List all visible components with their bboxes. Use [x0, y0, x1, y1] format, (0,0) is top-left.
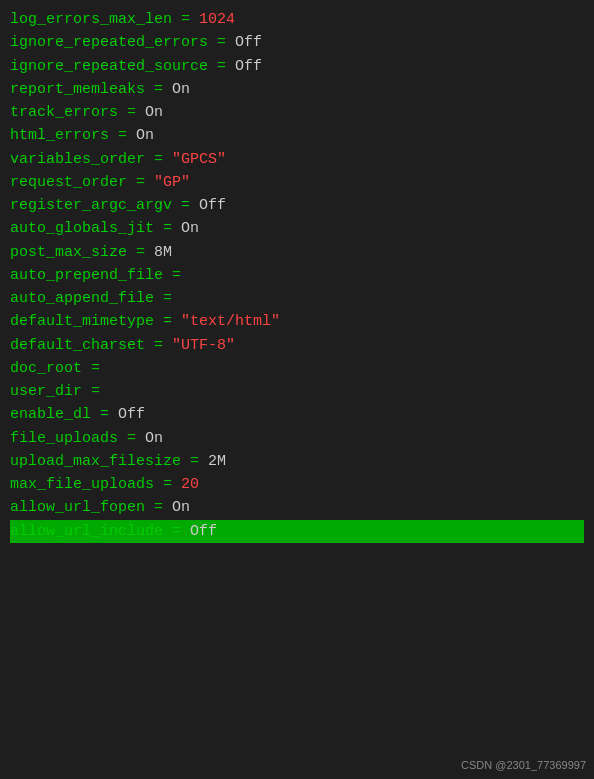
- config-key: upload_max_filesize: [10, 450, 181, 473]
- config-value: Off: [235, 55, 262, 78]
- config-value: 2M: [208, 450, 226, 473]
- config-value: On: [172, 496, 190, 519]
- code-line: ignore_repeated_source = Off: [10, 55, 584, 78]
- code-line: request_order = "GP": [10, 171, 584, 194]
- config-value: "text/html": [181, 310, 280, 333]
- config-eq: =: [82, 380, 109, 403]
- config-eq: =: [181, 450, 208, 473]
- config-eq: =: [154, 287, 181, 310]
- config-value: On: [181, 217, 199, 240]
- config-key: request_order: [10, 171, 127, 194]
- config-value: On: [145, 101, 163, 124]
- config-value: On: [145, 427, 163, 450]
- config-key: doc_root: [10, 357, 82, 380]
- config-eq: =: [145, 334, 172, 357]
- config-key: default_charset: [10, 334, 145, 357]
- config-eq: =: [208, 31, 235, 54]
- config-key: default_mimetype: [10, 310, 154, 333]
- code-line: auto_globals_jit = On: [10, 217, 584, 240]
- config-eq: =: [172, 8, 199, 31]
- config-key: track_errors: [10, 101, 118, 124]
- config-eq: =: [145, 496, 172, 519]
- config-value: Off: [235, 31, 262, 54]
- config-value: "GP": [154, 171, 190, 194]
- code-line: post_max_size = 8M: [10, 241, 584, 264]
- config-key: ignore_repeated_source: [10, 55, 208, 78]
- code-line: upload_max_filesize = 2M: [10, 450, 584, 473]
- config-value: Off: [118, 403, 145, 426]
- code-line: ignore_repeated_errors = Off: [10, 31, 584, 54]
- config-value: Off: [199, 194, 226, 217]
- config-key: variables_order: [10, 148, 145, 171]
- config-value: On: [136, 124, 154, 147]
- config-key: auto_prepend_file: [10, 264, 163, 287]
- code-line: log_errors_max_len = 1024: [10, 8, 584, 31]
- code-line: html_errors = On: [10, 124, 584, 147]
- config-eq: =: [154, 473, 181, 496]
- code-line: default_mimetype = "text/html": [10, 310, 584, 333]
- config-eq: =: [118, 427, 145, 450]
- config-key: post_max_size: [10, 241, 127, 264]
- lines-container: log_errors_max_len = 1024ignore_repeated…: [10, 8, 584, 543]
- config-eq: =: [145, 148, 172, 171]
- code-line: allow_url_fopen = On: [10, 496, 584, 519]
- config-eq: =: [208, 55, 235, 78]
- code-line: variables_order = "GPCS": [10, 148, 584, 171]
- code-line: track_errors = On: [10, 101, 584, 124]
- code-line: auto_prepend_file =: [10, 264, 584, 287]
- config-key: enable_dl: [10, 403, 91, 426]
- config-value: 1024: [199, 8, 235, 31]
- config-eq: =: [118, 101, 145, 124]
- code-line: register_argc_argv = Off: [10, 194, 584, 217]
- watermark: CSDN @2301_77369997: [461, 759, 586, 771]
- config-key: register_argc_argv: [10, 194, 172, 217]
- config-key: auto_append_file: [10, 287, 154, 310]
- code-line: allow_url_include = Off: [10, 520, 584, 543]
- config-eq: =: [127, 171, 154, 194]
- config-key: report_memleaks: [10, 78, 145, 101]
- config-value: 20: [181, 473, 199, 496]
- config-value: "UTF-8": [172, 334, 235, 357]
- config-key: user_dir: [10, 380, 82, 403]
- config-key: file_uploads: [10, 427, 118, 450]
- config-value: On: [172, 78, 190, 101]
- config-eq: =: [127, 241, 154, 264]
- code-line: auto_append_file =: [10, 287, 584, 310]
- code-line: report_memleaks = On: [10, 78, 584, 101]
- config-key: log_errors_max_len: [10, 8, 172, 31]
- config-eq: =: [163, 520, 190, 543]
- config-value: 8M: [154, 241, 172, 264]
- config-eq: =: [154, 310, 181, 333]
- config-eq: =: [91, 403, 118, 426]
- code-line: enable_dl = Off: [10, 403, 584, 426]
- config-eq: =: [163, 264, 190, 287]
- code-line: doc_root =: [10, 357, 584, 380]
- code-line: file_uploads = On: [10, 427, 584, 450]
- config-key: max_file_uploads: [10, 473, 154, 496]
- config-key: allow_url_include: [10, 520, 163, 543]
- config-value: Off: [190, 520, 217, 543]
- config-key: html_errors: [10, 124, 109, 147]
- config-eq: =: [82, 357, 109, 380]
- code-line: max_file_uploads = 20: [10, 473, 584, 496]
- code-container: log_errors_max_len = 1024ignore_repeated…: [0, 0, 594, 779]
- config-key: auto_globals_jit: [10, 217, 154, 240]
- config-value: "GPCS": [172, 148, 226, 171]
- code-line: user_dir =: [10, 380, 584, 403]
- config-key: ignore_repeated_errors: [10, 31, 208, 54]
- config-eq: =: [145, 78, 172, 101]
- config-eq: =: [109, 124, 136, 147]
- config-eq: =: [172, 194, 199, 217]
- config-key: allow_url_fopen: [10, 496, 145, 519]
- code-line: default_charset = "UTF-8": [10, 334, 584, 357]
- config-eq: =: [154, 217, 181, 240]
